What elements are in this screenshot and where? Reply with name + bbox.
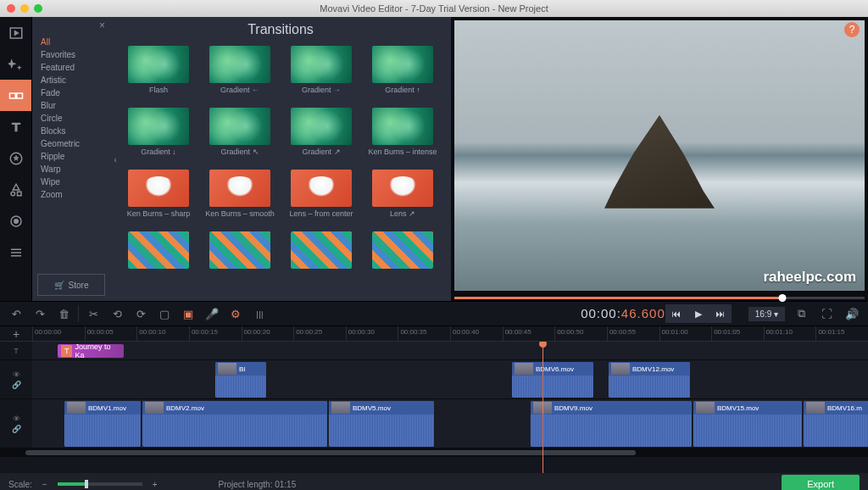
transition-item[interactable]: Gradient ↓	[122, 108, 195, 164]
more-tool[interactable]	[0, 237, 31, 268]
next-button[interactable]: ⏭	[709, 304, 732, 323]
link-icon[interactable]: 🔗	[12, 425, 21, 433]
transition-item[interactable]: Lens ↗	[366, 170, 439, 226]
category-artistic[interactable]: Artistic	[32, 74, 110, 86]
transition-item[interactable]: Lens – from center	[285, 170, 358, 226]
category-geometric[interactable]: Geometric	[32, 137, 110, 150]
zoom-out-button[interactable]: −	[42, 480, 47, 489]
transition-label: Flash	[122, 86, 195, 103]
transition-item[interactable]: Gradient ↗	[285, 108, 358, 164]
link-icon[interactable]: 🔗	[12, 381, 21, 389]
color-button[interactable]: ▣	[177, 303, 199, 324]
undo-button[interactable]: ↶	[5, 303, 27, 324]
horizontal-scrollbar[interactable]	[0, 448, 868, 457]
transition-label: Ken Burns – intense	[366, 148, 439, 164]
svg-rect-1	[9, 93, 15, 98]
category-zoom[interactable]: Zoom	[32, 188, 110, 201]
aspect-ratio[interactable]: 16:9 ▾	[748, 307, 785, 321]
category-featured[interactable]: Featured	[32, 61, 110, 74]
transition-item[interactable]	[285, 231, 358, 288]
redo-button[interactable]: ↷	[29, 303, 51, 324]
title-track: T Journey to Ka	[0, 342, 868, 360]
transition-item[interactable]: Gradient ↖	[203, 108, 276, 164]
category-fade[interactable]: Fade	[32, 86, 110, 99]
minimize-window[interactable]	[20, 4, 29, 13]
scale-slider[interactable]	[58, 482, 142, 486]
transition-item[interactable]: Gradient ←	[203, 46, 276, 103]
title-clip[interactable]: Journey to Ka	[58, 344, 124, 358]
crop-button[interactable]: ⟳	[130, 303, 152, 324]
crop2-button[interactable]: ▢	[153, 303, 175, 324]
equalizer-button[interactable]: ⫼	[248, 303, 270, 324]
volume-button[interactable]: 🔊	[841, 303, 863, 324]
svg-rect-5	[17, 192, 21, 196]
video-clip[interactable]: BDMV16.m	[804, 401, 868, 447]
transition-label: Gradient ↑	[366, 86, 439, 103]
timecode: 00:00:46.600	[581, 306, 665, 321]
maximize-window[interactable]	[34, 4, 42, 13]
transition-item[interactable]: Ken Burns – sharp	[122, 170, 195, 226]
transition-item[interactable]	[366, 231, 439, 288]
transition-item[interactable]: Gradient ↑	[366, 46, 439, 103]
scrub-bar[interactable]	[454, 294, 865, 301]
category-ripple[interactable]: Ripple	[32, 150, 110, 163]
add-track-button[interactable]: +	[0, 326, 32, 342]
video-clip[interactable]: BDMV2.mov	[142, 401, 327, 447]
filters-tool[interactable]	[0, 48, 31, 80]
stickers-tool[interactable]	[0, 142, 31, 174]
scale-label: Scale:	[8, 480, 32, 489]
svg-point-4	[11, 192, 15, 196]
close-window[interactable]	[7, 4, 15, 13]
shapes-tool[interactable]	[0, 174, 31, 205]
video-clip[interactable]: BDMV9.mov	[531, 401, 692, 447]
record-tool[interactable]	[0, 205, 31, 237]
category-blocks[interactable]: Blocks	[32, 125, 110, 137]
transition-label: Gradient →	[285, 86, 358, 103]
video-clip[interactable]: BDMV1.mov	[64, 401, 141, 447]
collapse-panel[interactable]: ‹	[110, 142, 120, 176]
video-clip[interactable]: BDMV6.mov	[512, 362, 593, 398]
video-clip[interactable]: BI	[215, 362, 266, 398]
zoom-in-button[interactable]: +	[153, 480, 158, 489]
category-wipe[interactable]: Wipe	[32, 175, 110, 188]
video-clip[interactable]: BDMV12.mov	[609, 362, 690, 398]
rotate-button[interactable]: ⟲	[106, 303, 128, 324]
category-blur[interactable]: Blur	[32, 99, 110, 112]
category-favorites[interactable]: Favorites	[32, 48, 110, 61]
transition-item[interactable]: Flash	[122, 46, 195, 103]
category-warp[interactable]: Warp	[32, 163, 110, 175]
video-clip[interactable]: BDMV15.mov	[693, 401, 802, 447]
transition-label: Gradient ←	[203, 86, 276, 103]
export-button[interactable]: Export	[782, 475, 860, 490]
help-button[interactable]: ?	[844, 22, 860, 37]
video-preview[interactable]: raheelpc.com	[454, 20, 865, 291]
transitions-tool[interactable]	[0, 80, 31, 111]
transition-item[interactable]	[203, 231, 276, 288]
play-button[interactable]: ▶	[687, 304, 709, 323]
transition-item[interactable]: Gradient →	[285, 46, 358, 103]
transition-item[interactable]: Ken Burns – smooth	[203, 170, 276, 226]
record-audio-button[interactable]: 🎤	[201, 303, 223, 324]
transition-item[interactable]	[122, 231, 195, 288]
transition-label: Gradient ↗	[285, 148, 358, 164]
store-button[interactable]: 🛒Store	[37, 274, 105, 296]
titles-tool[interactable]	[0, 111, 31, 142]
fullscreen-button[interactable]: ⛶	[815, 303, 837, 324]
prev-button[interactable]: ⏮	[665, 304, 687, 323]
media-tool[interactable]	[0, 17, 31, 48]
footer: Scale: − + Project length: 01:15 Export	[0, 473, 868, 490]
transition-item[interactable]: Ken Burns – intense	[366, 108, 439, 164]
playhead[interactable]	[542, 342, 543, 473]
left-toolbar	[0, 17, 32, 301]
eye-icon[interactable]: 👁	[13, 415, 20, 423]
category-circle[interactable]: Circle	[32, 112, 110, 125]
cut-button[interactable]: ✂	[82, 303, 104, 324]
detach-button[interactable]: ⧉	[790, 303, 812, 324]
close-panel-icon[interactable]: ×	[99, 19, 105, 31]
video-clip[interactable]: BDMV5.mov	[329, 401, 434, 447]
delete-button[interactable]: 🗑	[53, 303, 75, 324]
timeline-ruler[interactable]: + 00:00:0000:00:0500:00:1000:00:1500:00:…	[0, 326, 868, 342]
category-all[interactable]: All	[32, 36, 110, 48]
eye-icon[interactable]: 👁	[13, 370, 20, 379]
clip-properties-button[interactable]: ⚙	[225, 303, 247, 324]
